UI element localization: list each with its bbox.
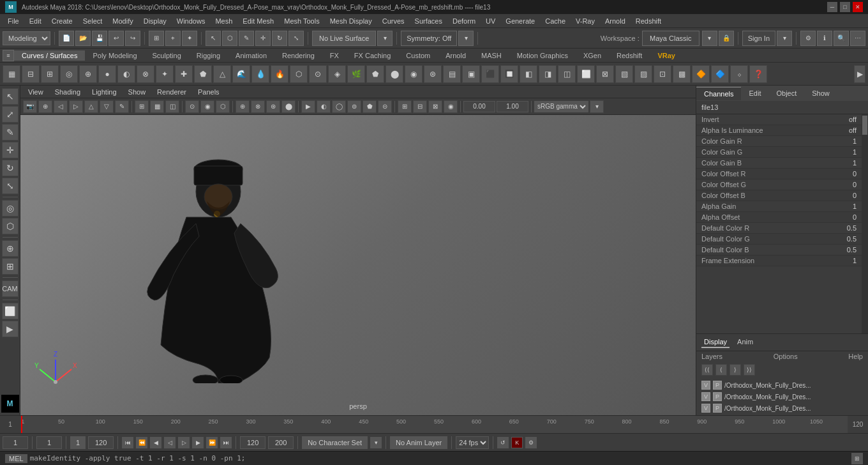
mesh-icon-19[interactable]: 🌿 (347, 65, 365, 83)
auto-key-button[interactable]: K (511, 437, 523, 448)
tab-fx[interactable]: FX (322, 50, 347, 61)
mesh-icon-7[interactable]: ◐ (117, 65, 135, 83)
mesh-icon-14[interactable]: 💧 (251, 65, 269, 83)
vp-icon-15[interactable]: ⊛ (266, 100, 280, 113)
attr-value[interactable]: 1 (853, 159, 857, 167)
tab-rigging[interactable]: Rigging (189, 50, 228, 61)
vp-icon-26[interactable]: ◉ (444, 100, 458, 113)
vp-icon-6[interactable]: ✎ (115, 100, 129, 113)
attr-value[interactable]: 0 (853, 181, 857, 188)
tabs-toggle[interactable]: ≡ (3, 50, 14, 61)
layer-nav-left-left[interactable]: ⟨⟨ (701, 364, 713, 376)
layer-nav-right-right[interactable]: ⟩⟩ (744, 364, 755, 376)
layer-visibility-0[interactable]: V (701, 381, 710, 390)
menu-modify[interactable]: Modify (107, 16, 138, 26)
panels-menu[interactable]: Panels (193, 87, 225, 97)
layer-visibility-1[interactable]: V (701, 392, 710, 401)
menu-mesh-tools[interactable]: Mesh Tools (279, 16, 324, 26)
step-forward-button[interactable]: ⏩ (206, 437, 218, 448)
redo-button[interactable]: ↪ (125, 31, 140, 46)
layers-option[interactable]: Layers (701, 353, 722, 360)
mesh-icon-8[interactable]: ⊗ (137, 65, 154, 83)
menu-edit[interactable]: Edit (24, 16, 47, 26)
mesh-icon-16[interactable]: ⬡ (290, 65, 308, 83)
vp-icon-1[interactable]: ⊕ (38, 100, 52, 113)
vp-icon-20[interactable]: ⊚ (347, 100, 361, 113)
mesh-icon-35[interactable]: ⊡ (654, 65, 671, 83)
show-tab[interactable]: Show (804, 87, 837, 100)
help-option[interactable]: Help (848, 353, 863, 360)
lighting-menu[interactable]: Lighting (87, 87, 122, 97)
menu-cache[interactable]: Cache (540, 16, 571, 26)
menu-surfaces[interactable]: Surfaces (410, 16, 447, 26)
mesh-icon-1[interactable]: ▦ (3, 65, 20, 83)
rotate-tool[interactable]: ↻ (272, 31, 287, 46)
workspace-name-button[interactable]: Maya Classic (642, 31, 700, 46)
mesh-icon-15[interactable]: 🔥 (271, 65, 288, 83)
attr-value[interactable]: 1 (853, 137, 857, 145)
mesh-icon-33[interactable]: ▧ (615, 65, 633, 83)
workspace-dropdown[interactable]: ▾ (702, 31, 717, 46)
mesh-icon-26[interactable]: ⬛ (481, 65, 499, 83)
layer-nav-left[interactable]: ⟨ (715, 364, 727, 376)
attr-value[interactable]: 0 (853, 170, 857, 178)
open-file-button[interactable]: 📂 (75, 31, 91, 46)
mesh-icon-29[interactable]: ◨ (539, 65, 557, 83)
tab-arnold[interactable]: Arnold (438, 50, 474, 61)
vp-icon-21[interactable]: ⬟ (363, 100, 377, 113)
live-surface-toggle[interactable]: ▾ (377, 31, 393, 46)
mesh-icon-30[interactable]: ◫ (558, 65, 576, 83)
menu-display[interactable]: Display (138, 16, 172, 26)
vp-icon-11[interactable]: ◉ (200, 100, 214, 113)
select-tool[interactable]: ↖ (206, 31, 221, 46)
tab-sculpting[interactable]: Sculpting (145, 50, 189, 61)
attr-value[interactable]: 1 (853, 257, 857, 264)
tab-animation[interactable]: Animation (228, 50, 274, 61)
vp-icon-10[interactable]: ⊙ (185, 100, 199, 113)
menu-arnold[interactable]: Arnold (600, 16, 631, 26)
mesh-icon-34[interactable]: ▨ (634, 65, 652, 83)
go-start-button[interactable]: ⏮ (122, 437, 133, 448)
prev-frame-button[interactable]: ◀ (150, 437, 161, 448)
tab-poly-modeling[interactable]: Poly Modeling (85, 50, 144, 61)
attr-value[interactable]: 1 (853, 148, 857, 156)
layer-preview-1[interactable]: P (713, 392, 722, 401)
menu-deform[interactable]: Deform (447, 16, 481, 26)
keying-button[interactable]: ⚙ (525, 437, 537, 448)
attr-value[interactable]: 0 (853, 213, 857, 221)
display-tool[interactable]: ⬜ (2, 303, 19, 319)
step-back-button[interactable]: ⏪ (136, 437, 147, 448)
camera-icon[interactable]: 📷 (23, 100, 37, 113)
mesh-icon-39[interactable]: ⬦ (730, 65, 748, 83)
tab-mash[interactable]: MASH (474, 50, 509, 61)
symmetry-toggle[interactable]: ▾ (458, 31, 474, 46)
mesh-icon-6[interactable]: ● (98, 65, 116, 83)
vp-icon-19[interactable]: ◯ (332, 100, 346, 113)
attr-value[interactable]: 0.5 (847, 224, 857, 232)
vp-icon-9[interactable]: ◫ (165, 100, 179, 113)
view-menu[interactable]: View (23, 87, 49, 97)
mesh-icon-40[interactable]: ❓ (749, 65, 767, 83)
play-forward-button[interactable]: ▷ (178, 437, 190, 448)
scroll-thumb[interactable] (862, 116, 867, 135)
no-anim-layer-button[interactable]: No Anim Layer (390, 436, 447, 449)
menu-windows[interactable]: Windows (172, 16, 211, 26)
tab-redshift[interactable]: Redshift (609, 50, 650, 61)
tab-fx-caching[interactable]: FX Caching (347, 50, 398, 61)
layer-preview-2[interactable]: P (713, 404, 722, 413)
soft-mod-tool[interactable]: ◎ (2, 200, 19, 217)
menu-uv[interactable]: UV (481, 16, 500, 26)
more-button[interactable]: ⋯ (850, 31, 865, 46)
timeline-playhead[interactable] (21, 416, 22, 434)
mesh-icon-2[interactable]: ⊟ (22, 65, 40, 83)
next-frame-button[interactable]: ▶ (192, 437, 204, 448)
mesh-icon-32[interactable]: ⊠ (596, 65, 614, 83)
workspace-select[interactable]: Modeling (3, 31, 50, 45)
mesh-icon-22[interactable]: ◉ (405, 65, 423, 83)
menu-generate[interactable]: Generate (500, 16, 540, 26)
vp-icon-22[interactable]: ⊝ (378, 100, 392, 113)
frame-start-input[interactable] (3, 436, 28, 449)
deform-tool[interactable]: ⬡ (2, 218, 19, 234)
render-tool[interactable]: ▶ (2, 321, 19, 337)
new-file-button[interactable]: 📄 (59, 31, 74, 46)
